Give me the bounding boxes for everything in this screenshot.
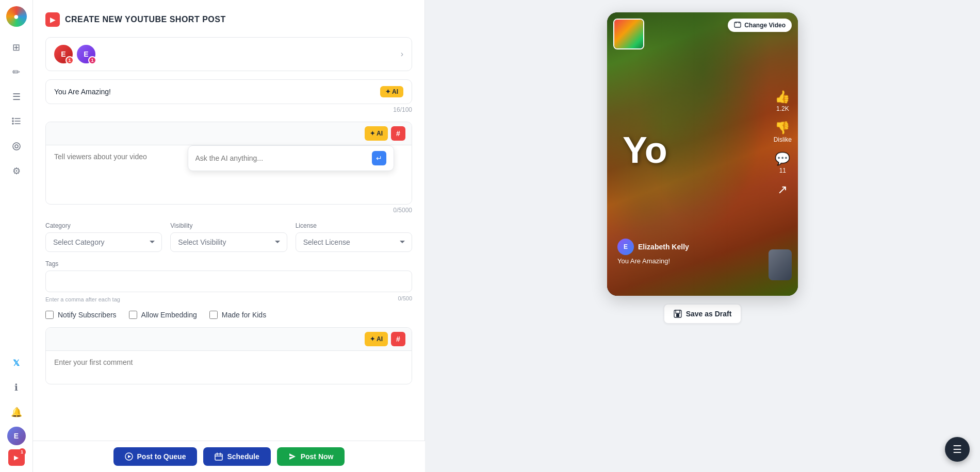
svg-point-0 — [13, 143, 20, 150]
allow-embedding-label: Allow Embedding — [141, 311, 197, 319]
visibility-select[interactable]: Select Visibility — [170, 232, 287, 252]
video-caption: You Are Amazing! — [617, 257, 689, 265]
notify-subscribers-label: Notify Subscribers — [58, 311, 117, 319]
dislike-icon: 👎 — [775, 121, 790, 135]
save-draft-button[interactable]: Save as Draft — [664, 304, 742, 324]
sidebar-item-list[interactable]: ☰ — [6, 87, 27, 107]
video-right-actions: 👍 1.2K 👎 Dislike 💬 11 ↗ — [774, 90, 792, 197]
desc-char-count: 0/5000 — [45, 207, 412, 214]
user-avatar[interactable]: E — [7, 427, 26, 445]
ig-account-badge: 1 — [88, 56, 96, 64]
description-container: ✦ AI # ↵ — [45, 122, 412, 205]
chat-bubble-button[interactable]: ☰ — [945, 437, 970, 462]
sidebar-item-grid[interactable]: ⊞ — [6, 37, 27, 58]
visibility-group: Visibility Select Visibility — [170, 222, 287, 252]
description-ai-button[interactable]: ✦ AI — [365, 126, 388, 141]
dislike-action: 👎 Dislike — [774, 121, 792, 143]
visibility-label: Visibility — [170, 222, 287, 229]
category-select[interactable]: Select Category — [45, 232, 162, 252]
category-group: Category Select Category — [45, 222, 162, 252]
made-for-kids-input[interactable] — [209, 311, 218, 319]
description-wrapper: ↵ — [46, 145, 412, 204]
svg-point-1 — [15, 145, 18, 148]
channel-avatar: E — [617, 239, 634, 255]
channel-name: Elizabeth Kelly — [638, 243, 689, 251]
video-thumbnail — [613, 19, 644, 49]
account-selector[interactable]: E 1 E 1 › — [45, 37, 412, 71]
main-content: ▶ CREATE NEW YOUTUBE SHORT POST E 1 E 1 … — [33, 0, 980, 472]
license-select[interactable]: Select License — [296, 232, 412, 252]
thumb-inner — [614, 20, 643, 48]
share-icon: ↗ — [777, 182, 788, 197]
comment-icon: 💬 — [775, 151, 790, 166]
ai-send-button[interactable]: ↵ — [372, 151, 386, 165]
tags-input[interactable] — [52, 276, 405, 284]
sidebar: ● ⊞ ✏ ☰ ⚙ 𝕏 ℹ 🔔 E ▶ 1 — [0, 0, 33, 472]
account-avatar-ig: E 1 — [77, 45, 95, 63]
schedule-label: Schedule — [227, 452, 259, 461]
video-background: Change Video Yo 👍 1.2K 👎 Dislike 💬 — [607, 12, 798, 296]
title-ai-button[interactable]: ✦ AI — [380, 86, 403, 97]
post-to-queue-button[interactable]: Post to Queue — [113, 447, 198, 466]
sidebar-item-edit[interactable]: ✏ — [6, 62, 27, 82]
allow-embedding-input[interactable] — [129, 311, 137, 319]
comment-textarea[interactable] — [46, 351, 412, 382]
comment-count: 11 — [779, 167, 786, 174]
yt-account-badge: 1 — [66, 56, 74, 64]
made-for-kids-label: Made for Kids — [222, 311, 266, 319]
info-icon[interactable]: ℹ — [6, 377, 27, 398]
title-input[interactable] — [54, 88, 380, 96]
twitter-icon[interactable]: 𝕏 — [6, 352, 27, 373]
change-video-button[interactable]: Change Video — [728, 19, 792, 32]
comment-ai-button[interactable]: ✦ AI — [365, 332, 388, 346]
save-draft-label: Save as Draft — [686, 310, 732, 318]
title-section: ✦ AI 16/100 — [45, 79, 412, 113]
bell-icon[interactable]: 🔔 — [6, 402, 27, 423]
checkboxes-row: Notify Subscribers Allow Embedding Made … — [45, 311, 412, 319]
title-char-count: 16/100 — [45, 106, 412, 113]
notify-subscribers-checkbox[interactable]: Notify Subscribers — [45, 311, 117, 319]
like-icon: 👍 — [775, 90, 790, 104]
sidebar-item-feed[interactable] — [6, 111, 27, 132]
tags-char-count: 0/500 — [398, 295, 412, 302]
video-text-overlay: E Elizabeth Kelly You Are Amazing! — [617, 239, 689, 265]
schedule-button[interactable]: Schedule — [203, 447, 270, 466]
sidebar-item-analytics[interactable] — [6, 136, 27, 157]
like-action: 👍 1.2K — [775, 90, 790, 112]
made-for-kids-checkbox[interactable]: Made for Kids — [209, 311, 266, 319]
description-toolbar: ✦ AI # — [46, 122, 412, 145]
description-section: ✦ AI # ↵ 0/5000 — [45, 122, 412, 214]
ai-text-input[interactable] — [195, 154, 368, 162]
change-video-label: Change Video — [744, 22, 786, 29]
tags-section: Tags Enter a comma after each tag 0/500 — [45, 260, 412, 302]
svg-rect-6 — [676, 314, 679, 317]
comment-action: 💬 11 — [775, 151, 790, 174]
comment-hashtag-button[interactable]: # — [391, 332, 405, 346]
dropdowns-row: Category Select Category Visibility Sele… — [45, 222, 412, 252]
sidebar-item-settings[interactable]: ⚙ — [6, 161, 27, 181]
video-big-text: Yo — [623, 129, 667, 171]
share-action: ↗ — [777, 182, 788, 197]
bottom-action-bar: Post to Queue Schedule Post Now — [33, 441, 425, 472]
youtube-account-icon[interactable]: ▶ 1 — [8, 449, 25, 466]
hashtag-button[interactable]: # — [391, 126, 405, 141]
youtube-badge: 1 — [19, 448, 26, 456]
allow-embedding-checkbox[interactable]: Allow Embedding — [129, 311, 197, 319]
app-logo[interactable]: ● — [6, 6, 27, 27]
phone-preview: Change Video Yo 👍 1.2K 👎 Dislike 💬 — [607, 12, 798, 296]
post-to-queue-label: Post to Queue — [137, 452, 186, 461]
post-now-button[interactable]: Post Now — [277, 447, 345, 466]
category-label: Category — [45, 222, 162, 229]
like-count: 1.2K — [776, 105, 789, 112]
dislike-label: Dislike — [774, 136, 792, 143]
account-selector-chevron: › — [401, 49, 403, 59]
notify-subscribers-input[interactable] — [45, 311, 54, 319]
post-now-label: Post Now — [301, 452, 334, 461]
title-input-wrapper: ✦ AI — [45, 79, 412, 104]
comment-toolbar: ✦ AI # — [46, 328, 412, 351]
account-avatar-yt: E 1 — [54, 45, 73, 63]
svg-rect-3 — [215, 454, 222, 460]
comment-section: ✦ AI # — [45, 327, 412, 384]
form-panel: ▶ CREATE NEW YOUTUBE SHORT POST E 1 E 1 … — [33, 0, 425, 472]
tags-hint: Enter a comma after each tag — [45, 296, 120, 302]
